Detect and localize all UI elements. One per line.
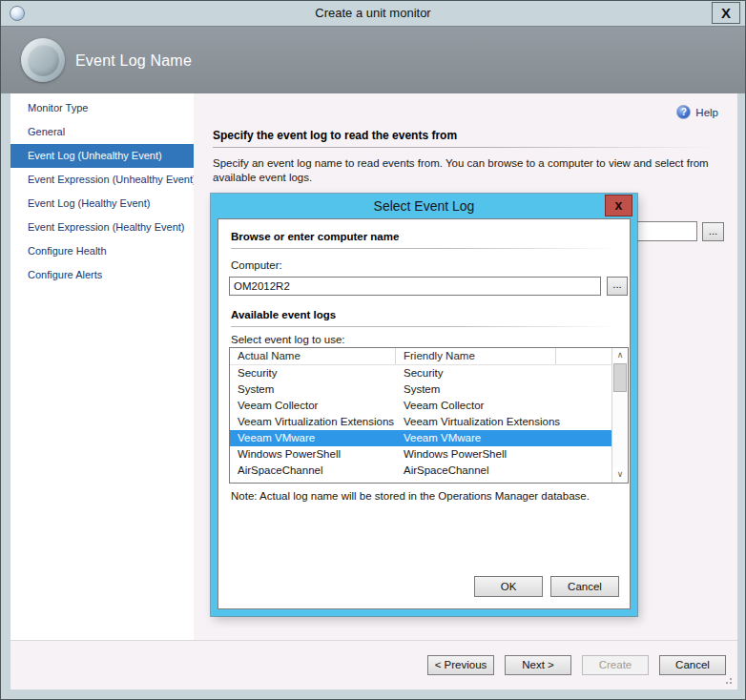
help-link[interactable]: ? Help [676, 105, 718, 119]
scrollbar-thumb[interactable] [613, 363, 627, 392]
column-header-actual-name[interactable]: Actual Name [230, 348, 396, 364]
window-title: Create a unit monitor [1, 1, 745, 26]
cell-friendly: Veeam Virtualization Extensions [396, 414, 611, 430]
cell-actual: Veeam Collector [230, 398, 396, 414]
cell-actual: Windows PowerShell [230, 446, 396, 463]
computer-input[interactable] [229, 277, 601, 296]
window-close-button[interactable]: X [712, 2, 740, 24]
list-item-airspacechannel[interactable]: AirSpaceChannel AirSpaceChannel [230, 463, 611, 479]
sidebar-item-configure-alerts[interactable]: Configure Alerts [10, 263, 194, 287]
select-log-label: Select event log to use: [231, 334, 345, 345]
wizard-header: Event Log Name [1, 26, 745, 93]
computer-browse-button[interactable]: ... [607, 277, 628, 296]
cell-actual: Veeam VMware [230, 430, 396, 446]
logs-section-heading: Available event logs [231, 309, 336, 320]
event-log-list-columns: Actual Name Friendly Name Security Secur… [230, 348, 611, 483]
resize-grip[interactable] [723, 675, 732, 684]
scrollbar-down-icon[interactable]: ∨ [612, 467, 628, 483]
wizard-steps-sidebar: Monitor Type General Event Log (Unhealth… [10, 93, 194, 640]
event-log-list: Actual Name Friendly Name Security Secur… [229, 347, 629, 484]
dialog-body: Browse or enter computer name Computer: … [218, 218, 631, 609]
scrollbar-track[interactable] [612, 363, 628, 467]
sidebar-item-event-expression-healthy[interactable]: Event Expression (Healthy Event) [10, 216, 194, 239]
list-item-veeam-collector[interactable]: Veeam Collector Veeam Collector [230, 398, 611, 414]
list-item-security[interactable]: Security Security [230, 365, 611, 381]
dialog-close-button[interactable]: x [605, 195, 632, 216]
cell-friendly: Veeam VMware [396, 430, 611, 446]
cell-actual: System [230, 381, 396, 398]
cell-friendly: Windows PowerShell [396, 446, 611, 463]
list-item-windows-powershell[interactable]: Windows PowerShell Windows PowerShell [230, 446, 611, 463]
dialog-titlebar: Select Event Log x [211, 194, 637, 218]
list-item-veeam-vmware[interactable]: Veeam VMware Veeam VMware [230, 430, 611, 446]
create-button: Create [582, 655, 649, 675]
sidebar-item-event-expression-unhealthy[interactable]: Event Expression (Unhealthy Event) [10, 168, 194, 192]
wizard-step-title: Event Log Name [75, 27, 192, 94]
dialog-title: Select Event Log [211, 194, 637, 218]
sidebar-item-monitor-type[interactable]: Monitor Type [10, 96, 194, 120]
window-titlebar: Create a unit monitor X [1, 1, 745, 26]
dialog-note: Note: Actual log name will be stored in … [231, 490, 620, 502]
dialog-cancel-button[interactable]: Cancel [550, 576, 619, 597]
heading-divider [213, 147, 714, 148]
list-scrollbar[interactable]: ∧ ∨ [611, 348, 628, 483]
scrollbar-up-icon[interactable]: ∧ [612, 348, 628, 363]
sidebar-item-event-log-healthy[interactable]: Event Log (Healthy Event) [10, 192, 194, 216]
cell-actual: Veeam Virtualization Extensions [230, 414, 396, 430]
help-icon: ? [676, 105, 691, 119]
sidebar-item-configure-health[interactable]: Configure Health [10, 239, 194, 263]
sidebar-item-general[interactable]: General [10, 120, 194, 144]
cell-friendly: System [396, 381, 611, 398]
help-label: Help [695, 107, 718, 118]
cell-friendly: Security [396, 365, 611, 381]
cell-friendly: Veeam Collector [396, 398, 611, 414]
list-item-veeam-virtualization-extensions[interactable]: Veeam Virtualization Extensions Veeam Vi… [230, 414, 611, 430]
page-heading: Specify the event log to read the events… [213, 129, 457, 142]
cell-friendly: AirSpaceChannel [396, 463, 611, 479]
previous-button[interactable]: < Previous [427, 655, 494, 675]
wizard-footer: < Previous Next > Create Cancel [10, 640, 737, 690]
column-header-friendly-name[interactable]: Friendly Name [396, 348, 556, 364]
cell-actual: Security [230, 365, 396, 381]
ok-button[interactable]: OK [474, 576, 543, 597]
next-button[interactable]: Next > [505, 655, 571, 675]
select-event-log-dialog: Select Event Log x Browse or enter compu… [211, 194, 637, 616]
section-divider [231, 248, 616, 249]
cancel-button[interactable]: Cancel [659, 655, 726, 675]
section-divider [231, 326, 616, 327]
sidebar-item-event-log-unhealthy[interactable]: Event Log (Unhealthy Event) [10, 144, 194, 168]
wizard-step-icon-inner [27, 44, 59, 76]
log-name-browse-button[interactable]: ... [702, 222, 724, 241]
column-header-spacer [556, 348, 611, 364]
wizard-step-icon [21, 38, 65, 82]
browse-section-heading: Browse or enter computer name [231, 231, 399, 242]
computer-label: Computer: [231, 259, 282, 271]
create-unit-monitor-window: Create a unit monitor X Event Log Name M… [0, 0, 746, 700]
page-description: Specify an event log name to read events… [213, 156, 709, 185]
list-header-row: Actual Name Friendly Name [230, 348, 611, 365]
cell-actual: AirSpaceChannel [230, 463, 396, 479]
list-item-system[interactable]: System System [230, 381, 611, 398]
